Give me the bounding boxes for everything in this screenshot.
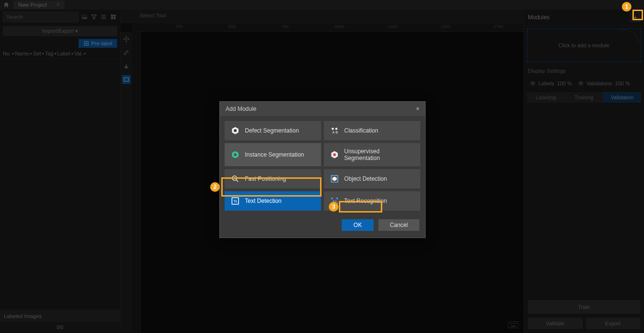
module-grid: Defect Segmentation AB Classification In… [220,116,425,215]
svg-point-31 [232,176,237,180]
modules-header: Modules + [524,10,644,26]
train-button[interactable]: Train [528,300,640,314]
svg-rect-3 [101,16,106,17]
grid-icon[interactable] [109,13,117,21]
svg-point-24 [335,128,338,130]
progress-label: 0/0 [0,322,120,333]
eye-icon [530,80,536,86]
svg-point-22 [234,129,237,132]
module-text-recognition[interactable]: Aa Text Recognition [324,191,420,211]
svg-text:B: B [335,131,338,134]
svg-text:A: A [333,131,335,134]
search-icon [230,174,240,184]
svg-text:Ts: Ts [233,199,237,203]
module-fast-positioning[interactable]: Fast Positioning [225,169,321,188]
add-module-dialog: Add Module × Defect Segmentation AB Clas… [219,101,426,238]
project-tab[interactable]: New Project × [13,0,65,9]
col-label[interactable]: Label▾ [57,51,73,56]
module-unsupervised-segmentation[interactable]: Unsupervised Segmentation [324,143,420,166]
column-headers: No.▾ Name▾ Set▾ Tag▾ Label▾ Val.▾ [0,49,120,59]
add-module-placeholder[interactable]: Click to add a module [527,28,641,62]
svg-rect-2 [101,15,106,15]
ruler-horizontal: 250 500 750 1000 1250 1500 1750 [132,23,523,32]
tab-training[interactable]: Training [565,92,603,103]
eye-icon [578,80,584,86]
display-settings: Labels 100 % Validations 100 % [524,77,644,90]
detection-icon [330,174,339,184]
svg-point-23 [332,128,334,130]
svg-marker-33 [333,177,337,181]
search-input[interactable] [3,12,79,22]
tab-validation[interactable]: Validation [603,92,641,103]
svg-point-30 [333,153,336,156]
add-module-button[interactable]: + [631,13,640,22]
module-defect-segmentation[interactable]: Defect Segmentation [225,121,321,140]
svg-rect-14 [511,323,512,324]
pen-tool-icon[interactable] [122,48,131,57]
svg-rect-8 [114,17,116,19]
badge-1: 1 [622,2,631,12]
module-object-detection[interactable]: Object Detection [324,169,420,188]
svg-rect-4 [101,18,106,19]
import-export-button[interactable]: Import/Export ▾ [3,26,117,36]
filter-icon[interactable] [90,13,98,21]
move-tool-icon[interactable] [122,35,131,43]
svg-point-28 [234,153,237,156]
close-tab-icon[interactable]: × [56,1,60,8]
display-settings-label: Display Settings [524,65,644,77]
mode-tabs: Labeling Training Validation [527,92,641,103]
image-icon[interactable] [80,13,88,21]
home-icon[interactable] [3,1,10,8]
nut-green-icon [230,150,240,160]
svg-rect-18 [511,326,516,327]
svg-rect-5 [111,14,113,16]
module-text-detection[interactable]: Ts Text Detection [225,191,321,211]
module-instance-segmentation[interactable]: Instance Segmentation [225,143,321,166]
svg-rect-15 [513,323,514,324]
nut-red-icon [330,150,339,160]
list-icon[interactable] [100,13,107,21]
tab-labeling[interactable]: Labeling [527,92,565,103]
cancel-button[interactable]: Cancel [378,219,419,231]
svg-point-20 [580,83,581,84]
add-module-hint: Click to add a module [559,42,610,48]
svg-rect-11 [124,78,128,81]
right-panel: Modules + Click to add a module Display … [523,10,644,333]
ruler-vertical [132,32,141,333]
labeled-images-label: Labeled Images [0,310,120,322]
close-icon[interactable]: × [416,106,419,112]
project-tab-label: New Project [18,2,47,8]
svg-rect-6 [114,14,116,16]
svg-rect-13 [510,323,510,324]
svg-rect-10 [125,67,128,68]
prelabel-label: Pre-label [91,40,112,46]
labels-visibility[interactable]: Labels 100 % [530,80,572,86]
col-name[interactable]: Name▾ [15,51,32,56]
keyboard-icon[interactable] [508,321,519,328]
col-set[interactable]: Set▾ [33,51,44,56]
prelabel-button[interactable]: Pre-label [79,39,117,48]
stamp-tool-icon[interactable] [122,62,131,70]
svg-rect-7 [111,17,113,19]
validations-visibility[interactable]: Validations 100 % [578,80,630,86]
validate-button[interactable]: Validate [528,318,583,329]
svg-rect-16 [515,323,516,324]
ok-button[interactable]: OK [342,219,373,231]
badge-3: 3 [329,202,338,212]
search-bar [0,10,120,24]
dialog-footer: OK Cancel [220,215,425,238]
nut-icon [230,126,240,135]
badge-2: 2 [210,182,220,192]
select-tool-label: Select Tool [121,10,523,23]
svg-rect-12 [508,322,519,328]
col-val[interactable]: Val.▾ [74,51,86,56]
col-no[interactable]: No.▾ [3,51,14,56]
module-classification[interactable]: AB Classification [324,121,420,140]
export-button[interactable]: Export [586,318,641,329]
titlebar: New Project × [0,0,644,10]
dialog-title: Add Module [226,106,256,112]
col-tag[interactable]: Tag▾ [45,51,56,56]
text-detect-icon: Ts [230,196,240,206]
rect-tool-icon[interactable] [122,75,131,84]
classification-icon: AB [330,126,339,135]
